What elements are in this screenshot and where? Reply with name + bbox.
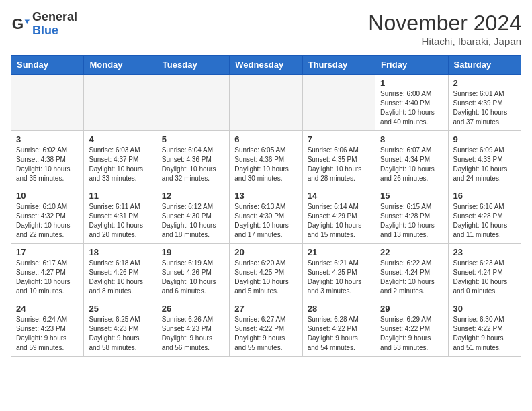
day-number: 26: [162, 304, 224, 314]
day-info: Sunrise: 6:02 AM Sunset: 4:38 PM Dayligh…: [16, 146, 79, 183]
svg-marker-1: [25, 19, 30, 24]
day-number: 7: [308, 134, 370, 144]
day-info: Sunrise: 6:12 AM Sunset: 4:30 PM Dayligh…: [162, 202, 224, 240]
calendar-day-header: Tuesday: [157, 56, 229, 75]
calendar-day-cell: [84, 75, 157, 131]
day-info: Sunrise: 6:28 AM Sunset: 4:22 PM Dayligh…: [308, 315, 370, 353]
calendar-day-cell: 4Sunrise: 6:03 AM Sunset: 4:37 PM Daylig…: [84, 131, 157, 187]
calendar-day-cell: [157, 75, 229, 131]
svg-text:G: G: [12, 15, 24, 32]
day-info: Sunrise: 6:05 AM Sunset: 4:36 PM Dayligh…: [234, 146, 297, 183]
day-info: Sunrise: 6:24 AM Sunset: 4:23 PM Dayligh…: [16, 315, 79, 353]
logo-blue-text: Blue: [32, 24, 77, 38]
day-number: 25: [89, 304, 151, 314]
day-info: Sunrise: 6:30 AM Sunset: 4:22 PM Dayligh…: [453, 315, 516, 353]
day-info: Sunrise: 6:01 AM Sunset: 4:39 PM Dayligh…: [453, 89, 516, 127]
calendar-day-cell: 12Sunrise: 6:12 AM Sunset: 4:30 PM Dayli…: [157, 187, 229, 244]
day-number: 9: [453, 134, 516, 144]
day-number: 27: [234, 304, 297, 314]
day-info: Sunrise: 6:10 AM Sunset: 4:32 PM Dayligh…: [16, 202, 79, 240]
day-number: 15: [380, 191, 443, 201]
day-number: 21: [308, 247, 370, 257]
day-info: Sunrise: 6:18 AM Sunset: 4:26 PM Dayligh…: [89, 259, 151, 296]
day-info: Sunrise: 6:06 AM Sunset: 4:35 PM Dayligh…: [308, 146, 370, 183]
day-info: Sunrise: 6:14 AM Sunset: 4:29 PM Dayligh…: [308, 202, 370, 240]
day-number: 29: [380, 304, 443, 314]
calendar-day-cell: 6Sunrise: 6:05 AM Sunset: 4:36 PM Daylig…: [230, 131, 302, 187]
page-header: G General Blue November 2024 Hitachi, Ib…: [11, 11, 521, 47]
day-number: 6: [234, 134, 297, 144]
calendar-day-cell: 23Sunrise: 6:23 AM Sunset: 4:24 PM Dayli…: [448, 244, 521, 300]
calendar-day-cell: 28Sunrise: 6:28 AM Sunset: 4:22 PM Dayli…: [302, 300, 375, 357]
day-number: 30: [453, 304, 516, 314]
location: Hitachi, Ibaraki, Japan: [368, 36, 521, 47]
day-info: Sunrise: 6:04 AM Sunset: 4:36 PM Dayligh…: [162, 146, 224, 183]
calendar-day-cell: 7Sunrise: 6:06 AM Sunset: 4:35 PM Daylig…: [302, 131, 375, 187]
logo-icon: G: [11, 15, 30, 34]
calendar-day-header: Monday: [84, 56, 157, 75]
day-number: 14: [308, 191, 370, 201]
day-number: 28: [308, 304, 370, 314]
calendar-day-cell: 9Sunrise: 6:09 AM Sunset: 4:33 PM Daylig…: [448, 131, 521, 187]
day-number: 13: [234, 191, 297, 201]
day-number: 10: [16, 191, 79, 201]
calendar-week-row: 17Sunrise: 6:17 AM Sunset: 4:27 PM Dayli…: [11, 244, 521, 300]
day-number: 5: [162, 134, 224, 144]
day-info: Sunrise: 6:11 AM Sunset: 4:31 PM Dayligh…: [89, 202, 151, 240]
calendar-day-cell: 8Sunrise: 6:07 AM Sunset: 4:34 PM Daylig…: [375, 131, 448, 187]
calendar-day-header: Saturday: [448, 56, 521, 75]
day-number: 24: [16, 304, 79, 314]
calendar-day-header: Friday: [375, 56, 448, 75]
calendar-day-cell: 5Sunrise: 6:04 AM Sunset: 4:36 PM Daylig…: [157, 131, 229, 187]
calendar-day-cell: 10Sunrise: 6:10 AM Sunset: 4:32 PM Dayli…: [11, 187, 84, 244]
day-number: 11: [89, 191, 151, 201]
logo-general-text: General: [32, 11, 77, 24]
title-area: November 2024 Hitachi, Ibaraki, Japan: [368, 11, 521, 47]
calendar-day-cell: 29Sunrise: 6:29 AM Sunset: 4:22 PM Dayli…: [375, 300, 448, 357]
calendar-day-cell: 11Sunrise: 6:11 AM Sunset: 4:31 PM Dayli…: [84, 187, 157, 244]
calendar-day-cell: 15Sunrise: 6:15 AM Sunset: 4:28 PM Dayli…: [375, 187, 448, 244]
calendar-week-row: 1Sunrise: 6:00 AM Sunset: 4:40 PM Daylig…: [11, 75, 521, 131]
calendar-header-row: SundayMondayTuesdayWednesdayThursdayFrid…: [11, 56, 521, 75]
day-info: Sunrise: 6:07 AM Sunset: 4:34 PM Dayligh…: [380, 146, 443, 183]
calendar-day-cell: 3Sunrise: 6:02 AM Sunset: 4:38 PM Daylig…: [11, 131, 84, 187]
calendar-week-row: 3Sunrise: 6:02 AM Sunset: 4:38 PM Daylig…: [11, 131, 521, 187]
day-number: 17: [16, 247, 79, 257]
calendar-day-cell: 1Sunrise: 6:00 AM Sunset: 4:40 PM Daylig…: [375, 75, 448, 131]
day-info: Sunrise: 6:26 AM Sunset: 4:23 PM Dayligh…: [162, 315, 224, 353]
month-title: November 2024: [368, 11, 521, 36]
day-info: Sunrise: 6:29 AM Sunset: 4:22 PM Dayligh…: [380, 315, 443, 353]
day-info: Sunrise: 6:17 AM Sunset: 4:27 PM Dayligh…: [16, 259, 79, 296]
day-number: 18: [89, 247, 151, 257]
day-info: Sunrise: 6:13 AM Sunset: 4:30 PM Dayligh…: [234, 202, 297, 240]
calendar-day-cell: 17Sunrise: 6:17 AM Sunset: 4:27 PM Dayli…: [11, 244, 84, 300]
day-number: 23: [453, 247, 516, 257]
calendar-day-cell: [11, 75, 84, 131]
calendar-day-cell: 25Sunrise: 6:25 AM Sunset: 4:23 PM Dayli…: [84, 300, 157, 357]
day-number: 1: [380, 78, 443, 88]
day-info: Sunrise: 6:15 AM Sunset: 4:28 PM Dayligh…: [380, 202, 443, 240]
calendar-week-row: 24Sunrise: 6:24 AM Sunset: 4:23 PM Dayli…: [11, 300, 521, 357]
day-number: 3: [16, 134, 79, 144]
calendar-day-header: Thursday: [302, 56, 375, 75]
day-number: 20: [234, 247, 297, 257]
calendar-day-cell: 26Sunrise: 6:26 AM Sunset: 4:23 PM Dayli…: [157, 300, 229, 357]
day-info: Sunrise: 6:22 AM Sunset: 4:24 PM Dayligh…: [380, 259, 443, 296]
calendar-day-cell: [302, 75, 375, 131]
day-info: Sunrise: 6:03 AM Sunset: 4:37 PM Dayligh…: [89, 146, 151, 183]
calendar-day-cell: 20Sunrise: 6:20 AM Sunset: 4:25 PM Dayli…: [230, 244, 302, 300]
calendar-day-header: Wednesday: [230, 56, 302, 75]
day-number: 8: [380, 134, 443, 144]
calendar-day-cell: 21Sunrise: 6:21 AM Sunset: 4:25 PM Dayli…: [302, 244, 375, 300]
day-info: Sunrise: 6:16 AM Sunset: 4:28 PM Dayligh…: [453, 202, 516, 240]
day-info: Sunrise: 6:27 AM Sunset: 4:22 PM Dayligh…: [234, 315, 297, 353]
day-info: Sunrise: 6:20 AM Sunset: 4:25 PM Dayligh…: [234, 259, 297, 296]
calendar-day-cell: 18Sunrise: 6:18 AM Sunset: 4:26 PM Dayli…: [84, 244, 157, 300]
day-info: Sunrise: 6:25 AM Sunset: 4:23 PM Dayligh…: [89, 315, 151, 353]
day-info: Sunrise: 6:09 AM Sunset: 4:33 PM Dayligh…: [453, 146, 516, 183]
day-number: 2: [453, 78, 516, 88]
day-number: 19: [162, 247, 224, 257]
calendar-day-cell: 16Sunrise: 6:16 AM Sunset: 4:28 PM Dayli…: [448, 187, 521, 244]
calendar-day-cell: 27Sunrise: 6:27 AM Sunset: 4:22 PM Dayli…: [230, 300, 302, 357]
calendar-day-cell: 24Sunrise: 6:24 AM Sunset: 4:23 PM Dayli…: [11, 300, 84, 357]
